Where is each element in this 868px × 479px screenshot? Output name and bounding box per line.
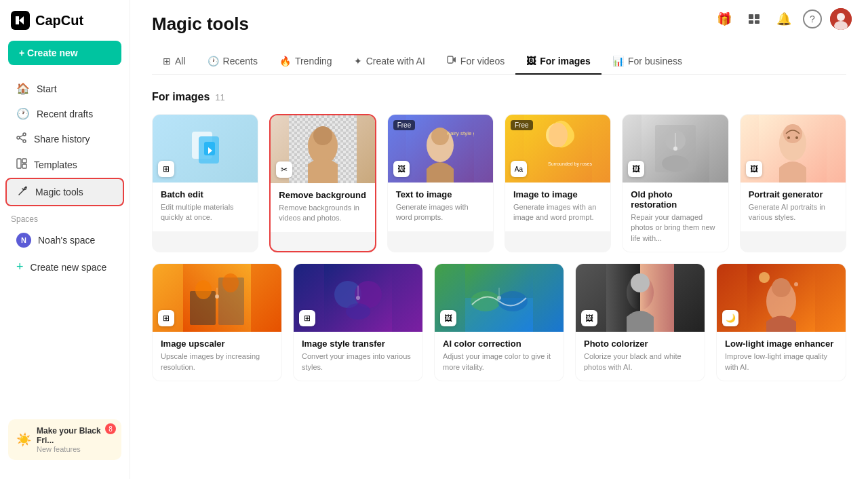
share-icon [16, 132, 27, 146]
svg-point-10 [17, 136, 20, 139]
sidebar-item-share-history[interactable]: Share history [5, 126, 124, 152]
batch-type-icon: ⊞ [158, 161, 174, 177]
tool-info-low-light: Low-light image enhancer Improve low-lig… [717, 332, 846, 381]
upscaler-type-icon: ⊞ [158, 310, 174, 326]
section-count: 11 [215, 92, 224, 102]
tool-card-style-transfer[interactable]: ⊞ Image style transfer Convert your imag… [293, 263, 423, 381]
style-type-icon: ⊞ [299, 310, 315, 326]
remove-type-icon: ✂ [276, 161, 292, 178]
sidebar-item-start[interactable]: 🏠 Start [5, 76, 124, 101]
svg-rect-15 [22, 164, 26, 168]
svg-line-11 [20, 135, 23, 137]
notif-text: Make your Black Fri... New features [37, 426, 113, 453]
notif-title: Make your Black Fri... [37, 426, 113, 445]
svg-point-16 [25, 187, 26, 188]
svg-point-34 [549, 123, 568, 147]
tool-card-color-correction[interactable]: 🖼 AI color correction Adjust your image … [434, 263, 564, 381]
sidebar-item-create-space[interactable]: + Create new space [5, 254, 124, 280]
svg-rect-3 [755, 20, 760, 24]
tool-card-text2img[interactable]: Free Fairy style girl blind. 🖼 Text to i… [387, 114, 494, 252]
oldphoto-type-icon: 🖼 [628, 161, 644, 177]
svg-point-45 [787, 136, 790, 139]
color-desc: Adjust your image color to give it more … [443, 351, 555, 372]
tab-all[interactable]: ⊞ All [152, 48, 197, 75]
remove-name: Remove background [279, 190, 366, 200]
tool-thumbnail-portrait: 🖼 [741, 115, 846, 183]
sidebar-item-noah-space[interactable]: N Noah's space [5, 227, 124, 254]
svg-rect-2 [749, 20, 753, 24]
bell-icon[interactable]: 🔔 [773, 8, 795, 30]
img2img-name: Image to image [513, 189, 602, 199]
sidebar-item-magic-tools[interactable]: Magic tools [5, 178, 124, 206]
style-desc: Convert your images into various styles. [302, 351, 414, 372]
tab-images-icon: 🖼 [526, 56, 536, 66]
nav-start-label: Start [37, 83, 57, 94]
tool-card-remove-bg[interactable]: ✂ Remove background Remove backgrounds i… [269, 114, 376, 252]
tab-recents-icon: 🕐 [208, 56, 219, 66]
portrait-desc: Generate AI portraits in various styles. [749, 202, 837, 223]
colorizer-desc: Colorize your black and white photos wit… [584, 351, 696, 372]
tool-thumbnail-colorize: 🖼 [576, 264, 705, 332]
svg-text:Fairy style girl blind.: Fairy style girl blind. [447, 130, 474, 136]
img2img-type-icon: Aa [511, 161, 527, 177]
notif-emoji: ☀️ [16, 432, 31, 447]
svg-point-73 [794, 282, 798, 286]
tools-grid-row2: ⊞ Image upscaler Upscale images by incre… [152, 263, 846, 381]
tab-for-videos[interactable]: For videos [436, 48, 515, 75]
sidebar-bottom: ☀️ Make your Black Fri... New features 8 [0, 411, 130, 468]
svg-point-27 [313, 126, 332, 145]
gift-icon[interactable]: 🎁 [713, 8, 735, 30]
old-photo-desc: Repair your damaged photos or bring them… [631, 212, 719, 244]
tool-card-portrait[interactable]: 🖼 Portrait generator Generate AI portrai… [740, 114, 846, 252]
tab-trending[interactable]: 🔥 Trending [269, 48, 343, 75]
tool-card-batch-edit[interactable]: ⊞ Batch edit Edit multiple materials qui… [152, 114, 258, 252]
svg-point-64 [497, 296, 501, 300]
tool-info-color: AI color correction Adjust your image co… [435, 332, 564, 381]
tabs-bar: ⊞ All 🕐 Recents 🔥 Trending ✦ Create with… [152, 48, 846, 75]
tool-card-img2img[interactable]: Free Surrounded by roses Aa Image to ima… [505, 114, 611, 252]
tool-thumbnail-text2img: Free Fairy style girl blind. 🖼 [388, 115, 493, 183]
template-icon[interactable] [743, 8, 765, 30]
help-icon[interactable]: ? [803, 9, 822, 28]
topbar: 🎁 🔔 ? [130, 0, 868, 38]
tool-thumbnail-img2img: Free Surrounded by roses Aa [505, 115, 610, 183]
tool-card-old-photo[interactable]: 🖼 Old photo restoration Repair your dama… [622, 114, 728, 252]
notification-badge: 8 [105, 423, 116, 434]
tools-grid-row1: ⊞ Batch edit Edit multiple materials qui… [152, 114, 846, 252]
tab-for-business[interactable]: 📊 For business [601, 48, 693, 75]
tab-all-icon: ⊞ [163, 56, 171, 66]
low-light-desc: Improve low-light image quality with AI. [725, 351, 837, 372]
svg-point-70 [759, 272, 770, 283]
tool-info-img2img: Image to image Generate images with an i… [505, 183, 610, 231]
svg-point-52 [215, 294, 219, 299]
sidebar-item-recent-drafts[interactable]: 🕐 Recent drafts [5, 101, 124, 126]
tool-card-colorizer[interactable]: 🖼 Photo colorizer Colorize your black an… [575, 263, 705, 381]
svg-point-40 [673, 147, 677, 151]
create-new-button[interactable]: + Create new [8, 41, 121, 65]
app-logo: CapCut [0, 11, 130, 41]
tool-card-low-light[interactable]: 🌙 Low-light image enhancer Improve low-l… [716, 263, 846, 381]
style-name: Image style transfer [302, 339, 414, 349]
portrait-type-icon: 🖼 [746, 161, 762, 177]
sidebar-item-templates[interactable]: Templates [5, 152, 124, 178]
upscaler-desc: Upscale images by increasing resolution. [161, 351, 273, 372]
user-avatar[interactable] [830, 8, 852, 30]
colorizer-type-icon: 🖼 [581, 310, 597, 326]
tab-create-with-ai[interactable]: ✦ Create with AI [343, 48, 436, 75]
tab-videos-label: For videos [460, 56, 505, 66]
tool-card-upscaler[interactable]: ⊞ Image upscaler Upscale images by incre… [152, 263, 282, 381]
app-name: CapCut [35, 13, 83, 28]
tab-ai-label: Create with AI [366, 56, 425, 66]
home-icon: 🏠 [16, 82, 30, 95]
notification-bar[interactable]: ☀️ Make your Black Fri... New features 8 [8, 419, 121, 460]
svg-point-68 [631, 273, 650, 292]
tool-info-portrait: Portrait generator Generate AI portraits… [741, 183, 846, 231]
tab-for-images[interactable]: 🖼 For images [515, 48, 601, 75]
text2img-badge: Free [393, 120, 416, 130]
tab-business-icon: 📊 [612, 56, 624, 66]
nav-history-label: Share history [34, 134, 90, 145]
tab-recents[interactable]: 🕐 Recents [197, 48, 269, 75]
tool-info-batch: Batch edit Edit multiple materials quick… [153, 183, 258, 231]
svg-point-39 [662, 155, 689, 172]
template-nav-icon [16, 158, 27, 172]
